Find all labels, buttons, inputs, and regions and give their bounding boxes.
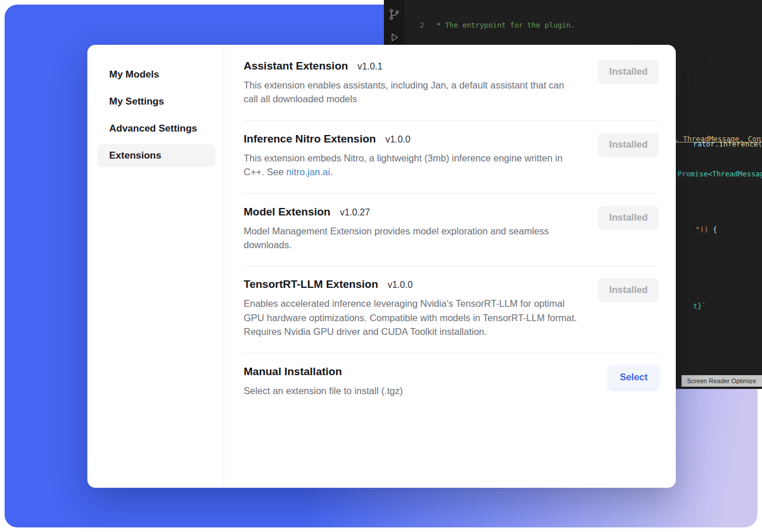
extension-title: Model Extension — [244, 206, 330, 218]
extension-description: Select an extension file to install (.tg… — [244, 384, 403, 398]
code-text: * The entrypoint for the plugin. — [432, 21, 575, 30]
sidebar-item-advanced-settings[interactable]: Advanced Settings — [98, 117, 215, 140]
installed-button[interactable]: Installed — [598, 133, 659, 156]
extension-title: Inference Nitro Extension — [244, 133, 376, 145]
extension-row-model: Model Extension v1.0.27 Model Management… — [244, 194, 659, 267]
screen-reader-chip[interactable]: Screen Reader Optimize — [682, 375, 762, 387]
code-text: inference — [719, 140, 758, 148]
extension-title: Manual Installation — [244, 365, 342, 377]
extension-row-tensorrt-llm: TensortRT-LLM Extension v1.0.0 Enables a… — [244, 266, 659, 353]
sidebar-item-my-settings[interactable]: My Settings — [98, 90, 215, 113]
code-line: 2 * The entrypoint for the plugin. — [405, 21, 762, 30]
sidebar-item-extensions[interactable]: Extensions — [98, 144, 215, 167]
extension-row-inference-nitro: Inference Nitro Extension v1.0.0 This ex… — [244, 121, 659, 194]
extension-info: TensortRT-LLM Extension v1.0.0 Enables a… — [244, 278, 580, 338]
extension-info: Assistant Extension v1.0.1 This extensio… — [244, 60, 580, 106]
code-fragment: t}` — [676, 293, 706, 319]
settings-sidebar: My Models My Settings Advanced Settings … — [87, 45, 224, 488]
sidebar-item-my-models[interactable]: My Models — [98, 63, 215, 86]
extension-title: TensortRT-LLM Extension — [244, 278, 378, 290]
code-text: t} — [693, 302, 702, 310]
extension-description: This extension embeds Nitro, a lightweig… — [244, 151, 580, 179]
line-number: 2 — [405, 21, 424, 30]
extension-info: Model Extension v1.0.27 Model Management… — [244, 206, 580, 252]
extension-description: Model Management Extension provides mode… — [244, 224, 580, 252]
code-text: (data)); — [758, 140, 762, 148]
extension-version: v1.0.1 — [357, 61, 383, 71]
nitro-jan-ai-link[interactable]: nitro.jan.ai. — [286, 167, 333, 177]
code-text: rator. — [693, 140, 719, 148]
extension-info: Inference Nitro Extension v1.0.0 This ex… — [244, 133, 580, 179]
installed-button[interactable]: Installed — [598, 278, 659, 302]
code-fragment: Promise<ThreadMessage> — [678, 169, 762, 178]
extension-info: Manual Installation Select an extension … — [244, 365, 403, 398]
settings-modal: My Models My Settings Advanced Settings … — [87, 45, 676, 488]
git-branch-icon[interactable] — [388, 8, 401, 21]
select-button[interactable]: Select — [609, 365, 659, 389]
play-icon[interactable] — [388, 31, 401, 44]
code-text: ` — [702, 302, 706, 310]
extensions-list: Assistant Extension v1.0.1 This extensio… — [224, 45, 676, 488]
code-text: ")) — [695, 225, 709, 234]
extension-version: v1.0.27 — [340, 207, 370, 217]
installed-button[interactable]: Installed — [598, 60, 659, 83]
extension-version: v1.0.0 — [386, 134, 411, 144]
installed-button[interactable]: Installed — [598, 206, 659, 229]
extension-row-assistant: Assistant Extension v1.0.1 This extensio… — [244, 59, 659, 121]
code-fragment: rator.inference(data)); — [676, 131, 762, 157]
extension-version: v1.0.0 — [387, 280, 413, 290]
extension-description: This extension enables assistants, inclu… — [244, 78, 580, 106]
extension-description: Enables accelerated inference leveraging… — [244, 296, 580, 338]
extension-row-manual-installation: Manual Installation Select an extension … — [244, 353, 659, 398]
code-text: { — [709, 225, 717, 234]
code-fragment: ")) { — [678, 217, 717, 242]
extension-title: Assistant Extension — [244, 60, 348, 72]
